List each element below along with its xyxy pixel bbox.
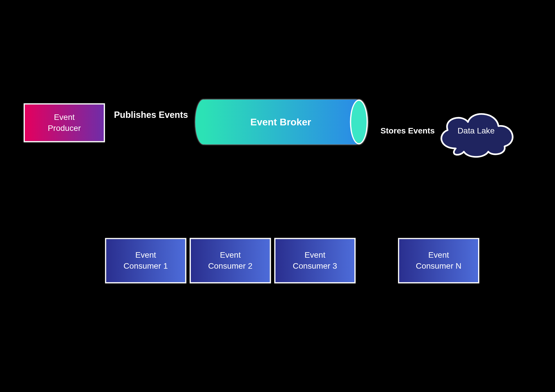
event-producer-box: EventProducer [24, 103, 105, 142]
cylinder-right-cap-icon [350, 100, 368, 144]
event-broker-body: Event Broker [204, 100, 358, 144]
event-consumer-n-box: EventConsumer N [398, 238, 480, 283]
event-producer-label: EventProducer [48, 112, 81, 134]
event-consumer-3-label: EventConsumer 3 [293, 250, 337, 272]
data-lake-cloud: Data Lake [431, 104, 521, 161]
event-consumer-n-label: EventConsumer N [416, 250, 461, 272]
stores-events-label: Stores Events [380, 126, 435, 135]
event-broker-label: Event Broker [250, 116, 311, 128]
diagram-canvas: EventProducer Publishes Events Event Bro… [0, 0, 555, 390]
data-lake-label: Data Lake [431, 126, 521, 135]
event-consumer-3-box: EventConsumer 3 [274, 238, 356, 283]
event-consumer-2-label: EventConsumer 2 [208, 250, 252, 272]
event-consumer-1-box: EventConsumer 1 [105, 238, 186, 283]
publish-events-label: Publishes Events [114, 110, 188, 120]
event-consumer-1-label: EventConsumer 1 [123, 250, 168, 272]
event-consumer-2-box: EventConsumer 2 [190, 238, 271, 283]
event-broker-cylinder: Event Broker [195, 100, 366, 144]
